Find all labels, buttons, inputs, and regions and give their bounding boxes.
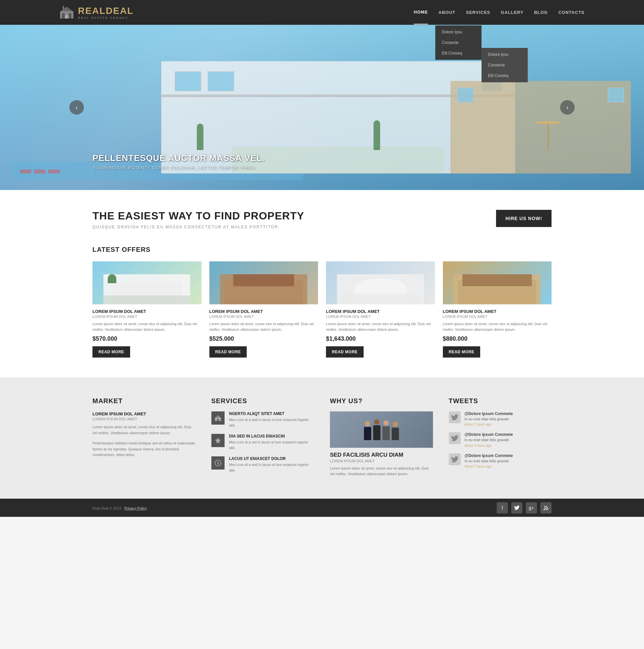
person-3 [382,420,390,440]
hero-prev-button[interactable]: ‹ [70,100,84,115]
section-main-title: THE EASIEST WAY TO FIND PROPERTY [92,210,496,222]
latest-offers-title: LATEST OFFERS [92,246,552,254]
hire-us-button[interactable]: HIRE US NOW! [496,210,552,227]
section-left: THE EASIEST WAY TO FIND PROPERTY QUISQUE… [92,210,496,229]
offer-image-3 [326,261,435,304]
main-nav: HOME ABOUT Dolore Ipsu Consecte Elit Con… [414,0,585,25]
why-us-column: WHY US? [330,397,433,479]
nav-wrapper-about: ABOUT Dolore Ipsu Consecte Elit Conseq D… [439,1,455,24]
svg-marker-1 [61,7,73,11]
twitter-button[interactable] [511,502,522,514]
logo-tagline: REAL ESTATE AGENCY [78,16,133,19]
nav-item-home[interactable]: HOME [414,0,428,25]
section-subtitle: QUISQUE GRAVIDA FELIS EU MASSA CONSECTET… [92,225,496,229]
services-title: SERVICES [211,397,314,405]
main-section: THE EASIEST WAY TO FIND PROPERTY QUISQUE… [0,190,644,377]
svg-rect-2 [62,13,65,18]
service-desc-2: Mes cum di a net in lacus ut lore eniasc… [229,439,314,450]
tweets-title: TWEETS [449,397,552,405]
person-4 [392,422,399,440]
read-more-button-1[interactable]: Read More [92,346,130,357]
logo-text: REALDEAL REAL ESTATE AGENCY [78,6,133,19]
service-title-2: DIA SED IN LACUS ENIASCIN [229,434,314,438]
service-desc-3: Mes cum di a sed in lacus ut lore eniasc… [229,462,314,473]
market-item-subtitle: LOREM IPSUM DOL AMET [92,417,195,421]
logo-name: REALDEAL [78,6,133,16]
facebook-button[interactable]: f [497,502,508,514]
person-body-4 [392,428,399,440]
services-sub-item-1[interactable]: Dolore Ipsu [481,49,528,60]
nav-item-contacts[interactable]: CONTACTS [558,1,585,24]
why-us-image [330,412,433,448]
person-body-3 [382,426,390,440]
tweet-content-2: In eu erat vitae felis gravale [465,437,513,442]
rss-button[interactable] [540,502,552,514]
footer-social: f g+ [497,502,552,514]
person-body-2 [373,425,380,440]
logo-icon [59,5,74,20]
privacy-policy-link[interactable]: Privacy Policy [124,506,147,510]
read-more-button-4[interactable]: Read More [443,346,480,357]
read-more-button-3[interactable]: Read More [326,346,364,357]
service-text-2: DIA SED IN LACUS ENIASCIN Mes cum di a n… [229,434,314,450]
about-dropdown-item-2[interactable]: Consecte [435,37,481,48]
tweet-text-1: @Dolore Ipsum Commete In eu erat vitae f… [465,412,513,426]
offer-title-sub-1: LOREM IPSUM DOL AMET [92,314,201,318]
bottom-section: MARKET LOREM IPSUM DOL AMET LOREM IPSUM … [0,377,644,499]
offer-price-1: $570.000 [92,335,201,342]
svg-rect-8 [217,419,219,421]
service-text-1: NGERTO ALIIQT SITET AMET Mes cum di a se… [229,412,314,428]
svg-text:$: $ [217,461,219,465]
services-sub-item-2[interactable]: Consecte [481,60,528,71]
offer-card-4: LOREM IPSUM DOL AMET LOREM IPSUM DOL AME… [443,261,552,357]
offer-image-2 [210,261,318,304]
read-more-button-2[interactable]: Read More [210,346,247,357]
offer-card-2: LOREM IPSUM DOL AMET LOREM IPSUM DOL AME… [210,261,318,357]
market-title: MARKET [92,397,195,405]
tweet-author-1: @Dolore Ipsum Commete [465,412,513,416]
nav-item-gallery[interactable]: GALLERY [501,1,524,24]
svg-point-12 [544,509,545,510]
market-desc-2: Pellentesque habitant morbi tristique se… [92,440,195,458]
about-dropdown-item-1[interactable]: Dolore Ipsu [435,27,481,37]
service-item-2: DIA SED IN LACUS ENIASCIN Mes cum di a n… [211,434,314,450]
service-desc-1: Mes cum di a sed in lacus ut lore eniasc… [229,417,314,428]
svg-rect-4 [65,15,68,18]
tweets-column: TWEETS @Dolore Ipsum Commete In eu erat … [449,397,552,479]
svg-marker-9 [215,437,221,443]
hero-next-button[interactable]: › [560,100,574,115]
hero-text-area: PELLENTESQUE AUCTOR MASSA VEL. SUSPENDIS… [92,153,265,170]
offer-desc-1: Lorem ipsum dolor sit amet, conse etur e… [92,321,201,332]
nav-item-about[interactable]: ABOUT [439,1,455,24]
googleplus-button[interactable]: g+ [526,502,537,514]
about-dropdown-item-3[interactable]: Elit Conseq [435,48,481,58]
tweet-time-2: About 3 hours ago [465,444,513,447]
twitter-bird-icon-1 [449,412,461,423]
services-sub-item-3[interactable]: Elit Conseq [481,71,528,81]
svg-rect-3 [69,13,71,18]
tweet-content-1: In eu erat vitae felis gravale [465,417,513,422]
nav-item-services[interactable]: SERVICES [466,1,491,24]
footer-copy-area: Real Deal © 2013 Privacy Policy [92,505,147,511]
offer-desc-2: Lorem ipsum dolor sit amet, conse etur e… [210,321,318,332]
about-dropdown: Dolore Ipsu Consecte Elit Conseq Dolore … [435,26,481,60]
services-sub-dropdown: Dolore Ipsu Consecte Elit Conseq [481,48,528,82]
tweet-author-3: @Dolore Ipsum Commete [465,453,513,458]
svg-rect-5 [63,6,64,10]
service-item-1: NGERTO ALIIQT SITET AMET Mes cum di a se… [211,412,314,428]
offer-title-main-1: LOREM IPSUM DOL AMET [92,309,201,314]
why-us-image-inner [330,412,433,448]
offer-title-sub-4: LOREM IPSUM DOL AMET [443,314,552,318]
house-thumb-2 [220,274,307,304]
person-1 [364,421,371,440]
service-item-3: $ LACUS UT ENIASCET DOLOR Mes cum di a s… [211,456,314,473]
hero-subtitle: SUSPENDISSE POTENTI. DONEC PULVINAR, LEC… [92,165,265,170]
people-group [364,419,399,440]
header: REALDEAL REAL ESTATE AGENCY HOME ABOUT D… [0,0,644,25]
house-thumb-4 [453,274,541,304]
tweet-author-2: @Dolore Ipsum Commete [465,432,513,437]
service-icon-3: $ [211,456,225,470]
nav-item-blog[interactable]: BLOG [534,1,548,24]
offer-price-4: $880.000 [443,335,552,342]
house-thumb-1 [103,274,191,304]
